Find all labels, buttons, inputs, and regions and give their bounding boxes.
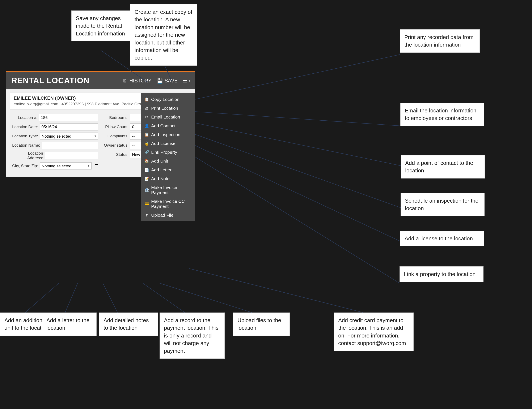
upload-icon: ⬆	[144, 213, 149, 218]
tooltip-add-letter: Add a letter to the location	[42, 312, 96, 336]
menu-item-upload[interactable]: ⬆ Upload File	[141, 211, 195, 220]
svg-line-2	[189, 55, 400, 101]
svg-line-9	[65, 283, 78, 312]
city-state-zip-row: City, State Zip: Nothing selected ☰	[12, 162, 98, 170]
tooltip-invoice-cc: Add credit card payment to the location.…	[334, 312, 414, 351]
pillow-count-label: Pillow Count:	[103, 125, 128, 129]
svg-line-6	[189, 143, 400, 241]
copy-icon: 📋	[144, 97, 149, 102]
svg-line-11	[143, 283, 185, 312]
tooltip-copy: Create an exact copy of the location. A …	[130, 4, 197, 66]
tooltip-add-note: Add detailed notes to the location	[99, 312, 158, 336]
location-date-input[interactable]	[40, 123, 98, 130]
invoice-payment-icon: 🏦	[144, 188, 149, 192]
add-note-icon: 📝	[144, 176, 149, 181]
svg-line-8	[25, 283, 59, 312]
menu-item-add-unit[interactable]: 🏠 Add Unit	[141, 157, 195, 165]
add-license-icon: 🔒	[144, 141, 149, 146]
add-unit-icon: 🏠	[144, 159, 149, 164]
complaints-label: Complaints:	[103, 134, 128, 138]
menu-item-add-note[interactable]: 📝 Add Note	[141, 174, 195, 183]
email-icon: ✉	[144, 115, 149, 119]
add-letter-icon: 📄	[144, 168, 149, 172]
svg-line-7	[189, 153, 399, 283]
location-type-select-wrapper: Nothing selected	[40, 133, 98, 140]
tooltip-email: Email the location information to employ…	[400, 103, 484, 126]
menu-chevron: ›	[189, 78, 190, 83]
menu-button[interactable]: ☰ ›	[183, 78, 190, 84]
location-date-row: Location Date:	[12, 123, 98, 130]
menu-item-link-property[interactable]: 🔗 Link Property	[141, 148, 195, 157]
city-state-zip-select-wrapper: Nothing selected	[40, 162, 92, 170]
menu-icon: ☰	[183, 78, 187, 84]
location-date-label: Location Date:	[12, 125, 38, 129]
tooltip-print: Print any recorded data from the locatio…	[400, 29, 480, 53]
invoice-cc-icon: 💳	[144, 201, 149, 206]
panel-header-right: 🗓 HISTORY 💾 SAVE ☰ ›	[123, 78, 190, 84]
location-number-input[interactable]	[39, 114, 98, 121]
menu-item-invoice-payment[interactable]: 🏦 Make Invoice Payment	[141, 183, 195, 197]
tooltip-upload-file: Upload files to the location	[233, 312, 290, 336]
owner-name: EMILEE WILCKEN (OWNER)	[14, 95, 76, 101]
menu-item-add-inspection[interactable]: 📋 Add Inspection	[141, 130, 195, 139]
tooltip-invoice-payment: Add a record to the payment location. Th…	[160, 312, 225, 359]
print-icon: 🖨	[144, 106, 149, 110]
menu-item-invoice-cc[interactable]: 💳 Make Invoice CC Payment	[141, 197, 195, 211]
city-state-zip-label: City, State Zip:	[12, 164, 38, 168]
svg-line-5	[189, 132, 400, 208]
save-button[interactable]: 💾 SAVE	[157, 78, 178, 84]
menu-item-add-contact[interactable]: 👤 Add Contact	[141, 121, 195, 130]
location-type-label: Location Type:	[12, 134, 38, 138]
menu-item-copy[interactable]: 📋 Copy Location	[141, 95, 195, 104]
link-property-icon: 🔗	[144, 150, 149, 155]
svg-line-4	[189, 122, 401, 166]
status-label: Status:	[103, 152, 128, 157]
form-left: Location #: Location Date: Location Type…	[10, 112, 101, 173]
owner-status-label: Owner status:	[103, 143, 128, 148]
history-icon: 🗓	[123, 78, 128, 84]
main-panel: RENTAL LOCATION 🗓 HISTORY 💾 SAVE ☰ › EMI…	[6, 71, 195, 177]
tooltip-save: Save any changes made to the Rental Loca…	[71, 10, 130, 41]
menu-item-email[interactable]: ✉ Email Location	[141, 113, 195, 121]
location-number-label: Location #:	[12, 115, 37, 120]
dropdown-menu: 📋 Copy Location 🖨 Print Location ✉ Email…	[141, 93, 195, 221]
location-name-label: Location Name:	[12, 143, 40, 148]
location-type-select[interactable]: Nothing selected	[40, 133, 98, 140]
location-address-label: Location Address:	[12, 151, 43, 160]
location-address-input[interactable]	[45, 152, 98, 159]
location-name-row: Location Name:	[12, 142, 98, 149]
panel-header: RENTAL LOCATION 🗓 HISTORY 💾 SAVE ☰ ›	[6, 72, 195, 89]
svg-line-13	[189, 268, 363, 312]
location-number-row: Location #:	[12, 114, 98, 121]
svg-line-10	[103, 283, 118, 312]
tooltip-link-property: Link a property to the location	[399, 266, 484, 282]
history-button[interactable]: 🗓 HISTORY	[123, 78, 152, 84]
location-type-row: Location Type: Nothing selected	[12, 133, 98, 140]
save-icon: 💾	[157, 78, 163, 84]
location-address-row: Location Address:	[12, 151, 98, 160]
add-contact-icon: 👤	[144, 124, 149, 128]
panel-title: RENTAL LOCATION	[11, 76, 89, 85]
city-state-zip-select[interactable]: Nothing selected	[40, 162, 92, 170]
bedrooms-label: Bedrooms:	[103, 115, 128, 120]
tooltip-contact: Add a point of contact to the location	[401, 155, 485, 179]
tooltip-inspection: Schedule an inspection for the location	[400, 193, 484, 216]
menu-item-add-license[interactable]: 🔒 Add License	[141, 139, 195, 148]
add-inspection-icon: 📋	[144, 132, 149, 137]
svg-line-12	[160, 283, 252, 312]
location-name-input[interactable]	[42, 142, 98, 149]
menu-item-add-letter[interactable]: 📄 Add Letter	[141, 165, 195, 174]
list-icon[interactable]: ☰	[95, 164, 98, 168]
menu-item-print[interactable]: 🖨 Print Location	[141, 104, 195, 113]
svg-line-3	[189, 111, 400, 126]
tooltip-license: Add a license to the location	[400, 231, 484, 246]
